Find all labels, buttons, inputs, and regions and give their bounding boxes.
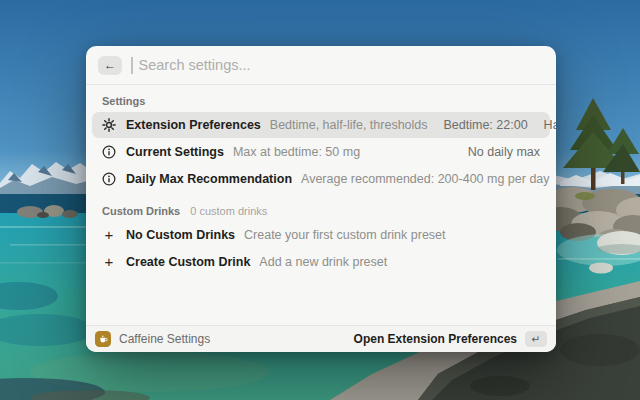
item-subtitle: Bedtime, half-life, thresholds bbox=[270, 118, 428, 132]
section-header-custom-drinks: Custom Drinks 0 custom drinks bbox=[92, 201, 550, 222]
status-bar: Caffeine Settings Open Extension Prefere… bbox=[86, 325, 556, 352]
item-subtitle: Max at bedtime: 50 mg bbox=[233, 145, 360, 159]
results-list: Settings Extension Preferences Bedtime, … bbox=[86, 85, 556, 325]
info-icon bbox=[102, 172, 116, 186]
item-title: Extension Preferences bbox=[126, 118, 261, 132]
item-title: Current Settings bbox=[126, 145, 224, 159]
list-item-no-custom-drinks[interactable]: + No Custom Drinks Create your first cus… bbox=[92, 222, 550, 248]
item-accessory: Half-life: 5h bbox=[544, 118, 556, 132]
section-header-settings: Settings bbox=[92, 91, 550, 112]
item-subtitle: Add a new drink preset bbox=[259, 255, 387, 269]
enter-key-icon[interactable]: ↵ bbox=[525, 331, 547, 347]
info-icon bbox=[102, 145, 116, 159]
item-accessory: Bedtime: 22:00 bbox=[444, 118, 528, 132]
list-item-daily-max-recommendation[interactable]: Daily Max Recommendation Average recomme… bbox=[92, 166, 550, 192]
back-button[interactable]: ← bbox=[98, 56, 122, 75]
text-caret bbox=[131, 57, 133, 74]
caffeine-app-icon bbox=[95, 331, 111, 347]
gear-icon bbox=[102, 118, 116, 132]
section-meta: 0 custom drinks bbox=[190, 205, 267, 217]
primary-action-label[interactable]: Open Extension Preferences bbox=[354, 332, 517, 346]
footer-app-name: Caffeine Settings bbox=[119, 332, 210, 346]
back-arrow-icon: ← bbox=[104, 56, 116, 75]
command-palette-window: ← Settings Extension Preferences Bedtime… bbox=[86, 46, 556, 352]
list-item-extension-preferences[interactable]: Extension Preferences Bedtime, half-life… bbox=[92, 112, 550, 138]
item-title: Daily Max Recommendation bbox=[126, 172, 292, 186]
item-subtitle: Create your first custom drink preset bbox=[244, 228, 445, 242]
item-subtitle: Average recommended: 200-400 mg per day bbox=[301, 172, 550, 186]
item-accessory: No daily max bbox=[468, 145, 540, 159]
plus-icon: + bbox=[102, 255, 116, 269]
search-input[interactable] bbox=[139, 57, 545, 73]
item-title: No Custom Drinks bbox=[126, 228, 235, 242]
list-item-create-custom-drink[interactable]: + Create Custom Drink Add a new drink pr… bbox=[92, 249, 550, 275]
item-title: Create Custom Drink bbox=[126, 255, 250, 269]
section-label: Settings bbox=[102, 95, 145, 107]
search-bar: ← bbox=[86, 46, 556, 84]
section-label: Custom Drinks bbox=[102, 205, 180, 217]
plus-icon: + bbox=[102, 228, 116, 242]
list-item-current-settings[interactable]: Current Settings Max at bedtime: 50 mg N… bbox=[92, 139, 550, 165]
